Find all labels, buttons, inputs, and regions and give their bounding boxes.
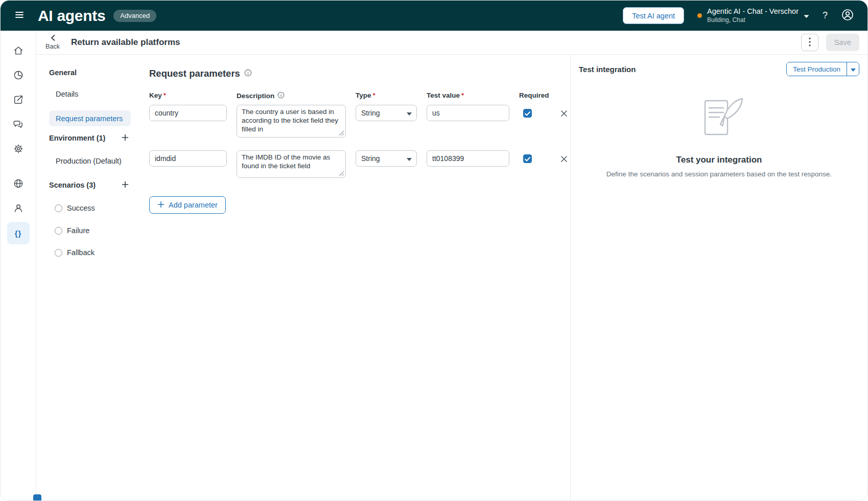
agent-meta: Building, Chat (707, 17, 799, 24)
icon-rail: {} (1, 31, 36, 500)
nav-conversations-button[interactable] (7, 113, 30, 136)
person-icon (13, 202, 24, 215)
description-textarea[interactable]: The IMDB ID of the movie as found in the… (237, 150, 346, 178)
hamburger-icon (14, 10, 25, 21)
remove-parameter-button[interactable] (559, 155, 569, 164)
external-arrow-icon (13, 94, 24, 107)
radio-icon[interactable] (55, 249, 62, 257)
scenario-option-success[interactable]: Success (55, 204, 95, 212)
save-button[interactable]: Save (826, 34, 859, 51)
plus-icon (157, 201, 165, 210)
environment-heading: Environment (1) (49, 132, 131, 144)
radio-icon[interactable] (55, 204, 62, 212)
parameter-row: The country a user is based in according… (149, 105, 580, 138)
key-input[interactable] (149, 105, 227, 121)
chevron-down-icon (851, 65, 856, 73)
page-toolbar: Back Return available platforms Save (36, 31, 867, 55)
form-title: Request parameters (149, 68, 240, 79)
type-select[interactable]: String (356, 105, 417, 121)
scenarios-heading: Scenarios (3) (49, 179, 131, 191)
top-header: AI agents Advanced Test AI agent Agentic… (1, 1, 867, 31)
nav-web-button[interactable] (7, 173, 30, 195)
nav-home-button[interactable] (7, 40, 30, 62)
subnav-item-request-parameters[interactable]: Request parameters (49, 110, 131, 126)
scenario-option-failure[interactable]: Failure (55, 226, 89, 235)
remove-parameter-button[interactable] (559, 109, 569, 119)
column-label-test-value: Test value* (427, 92, 509, 99)
hamburger-menu-button[interactable] (14, 10, 25, 21)
chevron-down-icon (407, 154, 412, 163)
column-labels: Key* Description Type* Test value* Requi… (149, 92, 580, 100)
test-production-split-button: Test Production (786, 62, 859, 76)
plus-icon (122, 181, 129, 190)
description-textarea[interactable]: The country a user is based in according… (237, 105, 346, 138)
scenario-option-fallback[interactable]: Fallback (55, 248, 95, 257)
column-label-key: Key* (149, 92, 227, 99)
agent-name: Agentic AI - Chat - Verschor (707, 7, 799, 16)
gear-icon (13, 143, 24, 156)
nav-analytics-button[interactable] (7, 64, 30, 87)
user-avatar-button[interactable] (841, 8, 854, 23)
general-heading: General (49, 69, 131, 77)
help-button[interactable]: ? (823, 10, 828, 21)
required-checkbox[interactable] (523, 154, 532, 163)
close-icon (560, 110, 568, 119)
panel-title: Test integration (579, 65, 636, 74)
plus-icon (122, 134, 129, 143)
chevron-left-icon (51, 35, 55, 42)
floating-button-partial[interactable] (33, 494, 41, 501)
chevron-down-icon (804, 11, 809, 20)
app-window: AI agents Advanced Test AI agent Agentic… (0, 0, 868, 501)
request-parameters-form: Request parameters Key* Description Type… (149, 55, 580, 214)
check-icon (525, 109, 530, 118)
radio-icon[interactable] (55, 227, 62, 235)
chat-bubbles-icon (13, 119, 24, 131)
column-label-description: Description (237, 92, 346, 100)
info-icon[interactable] (244, 69, 252, 79)
chevron-down-icon (407, 109, 412, 117)
avatar-icon (841, 8, 854, 23)
add-scenario-button[interactable] (120, 179, 131, 191)
test-production-dropdown-button[interactable] (847, 62, 859, 76)
test-integration-panel: Test integration Test Production (570, 55, 867, 500)
integration-subnav: General Details Request parameters Envir… (49, 55, 156, 500)
kebab-icon (809, 37, 811, 48)
agent-selector-dropdown[interactable]: Agentic AI - Chat - Verschor Building, C… (697, 7, 809, 24)
subnav-item-details[interactable]: Details (56, 90, 78, 98)
subnav-item-production[interactable]: Production (Default) (56, 157, 122, 165)
info-icon[interactable] (277, 92, 285, 100)
test-empty-state: Test your integration Define the scenari… (571, 96, 867, 178)
empty-state-description: Define the scenarios and session paramet… (606, 170, 832, 178)
overflow-menu-button[interactable] (801, 34, 818, 51)
plan-badge: Advanced (113, 10, 156, 22)
column-label-type: Type* (356, 92, 417, 99)
nav-improve-button[interactable] (7, 89, 30, 111)
check-icon (525, 154, 530, 164)
test-value-input[interactable] (427, 150, 509, 167)
type-select[interactable]: String (356, 150, 417, 167)
back-label: Back (45, 43, 60, 50)
test-value-input[interactable] (427, 105, 509, 121)
globe-icon (13, 178, 24, 191)
required-checkbox[interactable] (523, 109, 532, 118)
add-parameter-button[interactable]: Add parameter (149, 196, 226, 214)
test-production-button[interactable]: Test Production (787, 62, 847, 76)
nav-integrations-button[interactable]: {} (7, 222, 30, 244)
back-button[interactable]: Back (40, 35, 65, 50)
column-label-required: Required (519, 92, 550, 99)
question-mark-icon: ? (823, 10, 828, 20)
empty-state-title: Test your integration (676, 155, 762, 165)
add-environment-button[interactable] (120, 132, 131, 144)
content-area: General Details Request parameters Envir… (36, 55, 867, 500)
document-quill-illustration (693, 96, 746, 145)
test-ai-agent-button[interactable]: Test AI agent (623, 7, 684, 24)
page-title: Return available platforms (71, 37, 180, 48)
nav-audience-button[interactable] (7, 197, 30, 220)
parameter-row: The IMDB ID of the movie as found in the… (149, 150, 580, 178)
home-icon (13, 45, 24, 58)
nav-settings-button[interactable] (7, 138, 30, 161)
code-braces-icon: {} (15, 229, 22, 238)
agent-status-dot (697, 13, 702, 18)
app-title: AI agents (38, 7, 105, 25)
key-input[interactable] (149, 150, 227, 167)
